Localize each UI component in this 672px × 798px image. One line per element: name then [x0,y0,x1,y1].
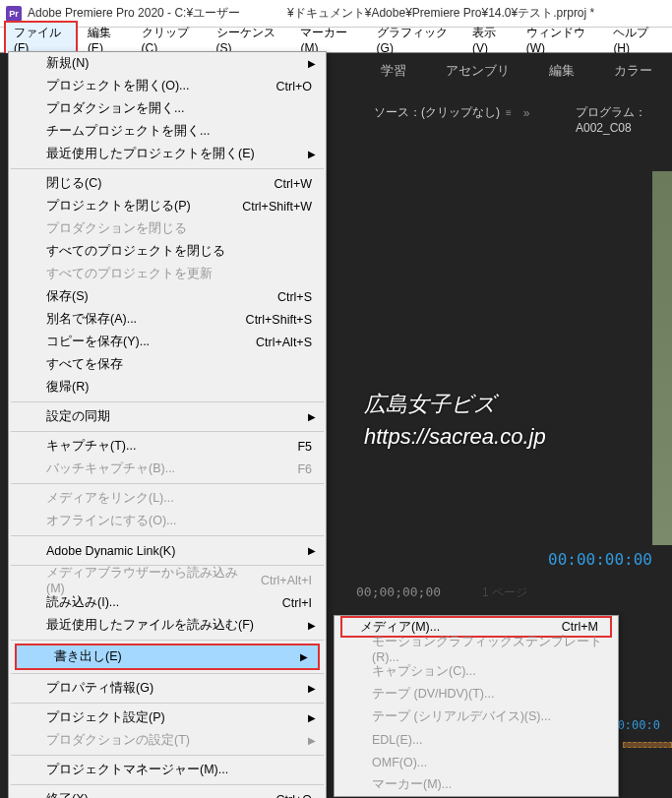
submenu-arrow-icon: ▶ [308,545,316,556]
menu-close-production: プロダクションを閉じる [9,217,326,240]
timeline-clip[interactable] [623,742,672,748]
submenu-tape-serial: テープ (シリアルデバイス)(S)... [335,706,618,728]
menu-import[interactable]: 読み込み(I)...Ctrl+I [9,591,326,614]
submenu-arrow-icon: ▶ [308,58,316,69]
menu-open-production[interactable]: プロダクションを開く... [9,97,326,120]
menu-separator [11,168,324,169]
menu-production-settings: プロダクションの設定(T)▶ [9,729,326,752]
menu-separator [11,483,324,484]
menu-close[interactable]: 閉じる(C)Ctrl+W [9,172,326,195]
submenu-media-shortcut: Ctrl+M [562,620,598,634]
submenu-arrow-icon: ▶ [308,712,316,723]
menu-offline: オフラインにする(O)... [9,510,326,532]
submenu-marker: マーカー(M)... [335,773,618,796]
menu-close-all[interactable]: すべてのプロジェクトを閉じる [9,240,326,263]
menu-separator [11,703,324,704]
menu-open-recent[interactable]: 最近使用したプロジェクトを開く(E)▶ [9,143,326,165]
menu-refresh-all: すべてのプロジェクトを更新 [9,263,326,285]
menu-open-team[interactable]: チームプロジェクトを開く... [9,120,326,143]
app-icon: Pr [6,6,22,22]
menu-separator [11,784,324,785]
ws-tab-color[interactable]: カラー [614,62,652,80]
file-menu-dropdown: 新規(N)▶ プロジェクトを開く(O)...Ctrl+O プロダクションを開く.… [8,51,327,798]
program-thumbnail [652,171,672,545]
menu-capture[interactable]: キャプチャ(T)...F5 [9,435,326,458]
menu-exit[interactable]: 終了(X)Ctrl+Q [9,788,326,798]
submenu-arrow-icon: ▶ [300,651,308,662]
ws-tab-edit[interactable]: 編集 [549,62,575,80]
watermark: 広島女子ビズ https://sacrea.co.jp [364,388,546,453]
timecode-source: 00;00;00;00 [356,584,441,599]
menu-revert[interactable]: 復帰(R) [9,376,326,399]
source-panel-tab[interactable]: ソース：(クリップなし) ≡ » [364,98,546,127]
menu-sync[interactable]: 設定の同期▶ [9,405,326,428]
double-arrow-icon[interactable]: » [523,106,530,120]
submenu-motion: モーショングラフィックステンプレート(R)... [335,638,618,660]
menu-new[interactable]: 新規(N)▶ [9,52,326,75]
submenu-omf: OMF(O)... [335,751,618,773]
menu-import-recent[interactable]: 最近使用したファイルを読み込む(F)▶ [9,614,326,637]
submenu-arrow-icon: ▶ [308,735,316,746]
menu-project-settings[interactable]: プロジェクト設定(P)▶ [9,706,326,729]
export-submenu: メディア(M)... Ctrl+M モーショングラフィックステンプレート(R).… [334,615,619,797]
ws-tab-assembly[interactable]: アセンブリ [446,62,510,80]
menu-export[interactable]: 書き出し(E)▶ [17,645,318,668]
menu-separator [11,401,324,402]
menubar: ファイル(F) 編集(E) クリップ(C) シーケンス(S) マーカー(M) グ… [0,28,672,53]
submenu-arrow-icon: ▶ [308,411,316,422]
menu-link-media: メディアをリンク(L)... [9,487,326,510]
watermark-line2: https://sacrea.co.jp [364,420,546,453]
menu-batch: バッチキャプチャ(B)...F6 [9,458,326,480]
submenu-media[interactable]: メディア(M)... [360,619,440,636]
menu-open-project[interactable]: プロジェクトを開く(O)...Ctrl+O [9,75,326,97]
menu-separator [11,673,324,674]
menu-properties[interactable]: プロパティ情報(G)▶ [9,677,326,700]
window-title: Adobe Premiere Pro 2020 - C:¥ユーザー ¥ドキュメン… [28,5,594,22]
submenu-tape-dv: テープ (DV/HDV)(T)... [335,683,618,706]
submenu-caption: キャプション(C)... [335,660,618,683]
submenu-edl: EDL(E)... [335,728,618,751]
ws-tab-learn[interactable]: 学習 [381,62,406,80]
source-label: ソース：(クリップなし) [374,104,500,121]
program-panel-tab[interactable]: プログラム：A002_C08 [566,98,672,141]
submenu-arrow-icon: ▶ [308,620,316,631]
panel-menu-icon[interactable]: ≡ [506,107,512,118]
submenu-arrow-icon: ▶ [308,683,316,694]
menu-close-project[interactable]: プロジェクトを閉じる(P)Ctrl+Shift+W [9,195,326,217]
menu-adl[interactable]: Adobe Dynamic Link(K)▶ [9,539,326,562]
watermark-line1: 広島女子ビズ [364,388,546,420]
program-label: プログラム：A002_C08 [576,104,662,135]
page-label: 1 ページ [482,584,527,601]
menu-separator [11,640,324,641]
menu-separator [11,431,324,432]
menu-save-all[interactable]: すべてを保存 [9,353,326,376]
timecode-program: 00:00:00:00 [548,550,652,569]
submenu-arrow-icon: ▶ [308,149,316,159]
menu-save-copy[interactable]: コピーを保存(Y)...Ctrl+Alt+S [9,331,326,353]
highlight-export: 書き出し(E)▶ [15,644,320,670]
menu-separator [11,755,324,756]
menu-project-manager[interactable]: プロジェクトマネージャー(M)... [9,759,326,781]
menu-save-as[interactable]: 別名で保存(A)...Ctrl+Shift+S [9,308,326,331]
menu-separator [11,535,324,536]
menu-import-browser: メディアブラウザーから読み込み(M)Ctrl+Alt+I [9,569,326,591]
menu-save[interactable]: 保存(S)Ctrl+S [9,285,326,308]
